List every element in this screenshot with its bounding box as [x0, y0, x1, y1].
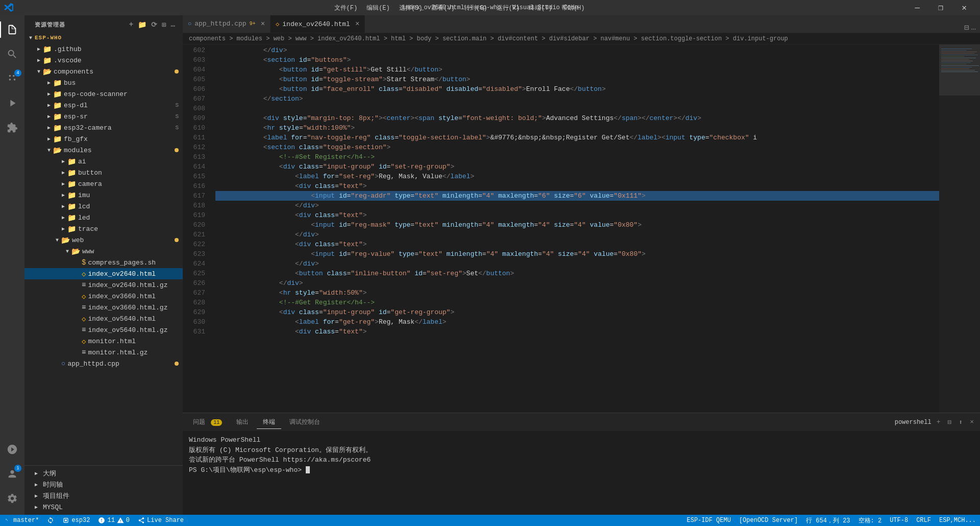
editor-area: ○ app_httpd.cpp 9+ × ◇ index_ov2640.html…: [183, 15, 980, 515]
tab-close-icon[interactable]: ×: [355, 20, 359, 28]
tree-item-esp-sr[interactable]: ▶ 📁 esp-sr S: [24, 111, 183, 122]
close-button[interactable]: ✕: [952, 0, 976, 15]
activity-icon-settings[interactable]: [0, 486, 24, 511]
tree-item-monitor[interactable]: ◇ monitor.html: [24, 336, 183, 347]
tree-root-esp-who[interactable]: ▼ ESP-WHO: [24, 32, 183, 43]
new-folder-icon[interactable]: 📁: [137, 19, 148, 30]
tree-item-esp32-camera[interactable]: ▶ 📁 esp32-camera S: [24, 122, 183, 133]
status-openocd[interactable]: [OpenOCD Server]: [735, 515, 802, 526]
collapse-all-icon[interactable]: ⊞: [161, 19, 167, 30]
tree-item-monitor-gz[interactable]: ≡ monitor.html.gz: [24, 347, 183, 358]
panel-outline[interactable]: ▶ 大纲: [35, 468, 173, 479]
folder-open-icon: 📂: [71, 247, 80, 256]
tab-debug-console[interactable]: 调试控制台: [283, 416, 326, 428]
add-terminal-icon[interactable]: +: [935, 417, 943, 427]
tree-item-components[interactable]: ▼ 📂 components: [24, 66, 183, 77]
status-framework[interactable]: ESP-IDF QEMU: [682, 515, 734, 526]
tree-item-github[interactable]: ▶ 📁 .github: [24, 43, 183, 55]
sync-icon: [47, 517, 54, 524]
tab-label: index_ov2640.html: [282, 20, 350, 28]
code-line: <div class="text">: [215, 240, 939, 249]
status-sync[interactable]: [43, 515, 58, 526]
tree-label: esp-sr: [64, 113, 88, 121]
tree-item-vscode[interactable]: ▶ 📁 .vscode: [24, 55, 183, 66]
tree-item-camera[interactable]: ▶ 📁 camera: [24, 178, 183, 189]
status-language[interactable]: ESP,MCH...: [935, 515, 980, 526]
activity-icon-remote[interactable]: [0, 437, 24, 462]
terminal-content[interactable]: Windows PowerShell 版权所有 (C) Microsoft Co…: [183, 431, 980, 515]
tree-item-index-ov5640[interactable]: ◇ index_ov5640.html: [24, 313, 183, 324]
tree-item-app-httpd[interactable]: ○ app_httpd.cpp: [24, 358, 183, 369]
code-line: <button id="face_enroll" class="disabled…: [215, 84, 939, 94]
minimize-button[interactable]: ‒: [905, 0, 929, 15]
tab-app-httpd[interactable]: ○ app_httpd.cpp 9+ ×: [183, 15, 271, 33]
tree-item-index-ov3660-gz[interactable]: ≡ index_ov3660.html.gz: [24, 302, 183, 313]
tree-item-imu[interactable]: ▶ 📁 imu: [24, 189, 183, 201]
tab-more-icon[interactable]: …: [971, 23, 976, 32]
status-errors[interactable]: 11 0: [94, 515, 134, 526]
panel-timeline[interactable]: ▶ 时间轴: [35, 479, 173, 490]
submodule-label: S: [175, 102, 179, 108]
activity-icon-explorer[interactable]: [0, 17, 24, 42]
activity-icon-extensions[interactable]: [0, 115, 24, 140]
tree-item-index-ov5640-gz[interactable]: ≡ index_ov5640.html.gz: [24, 324, 183, 336]
tree-item-esp-code-scanner[interactable]: ▶ 📁 esp-code-scanner: [24, 88, 183, 100]
folder-icon: 📁: [43, 45, 52, 54]
status-encoding[interactable]: UTF-8: [886, 515, 912, 526]
activity-icon-account[interactable]: 1: [0, 462, 24, 486]
status-live-share[interactable]: Live Share: [134, 515, 188, 526]
tree-item-trace[interactable]: ▶ 📁 trace: [24, 223, 183, 234]
submodule-label: S: [175, 113, 179, 119]
minimap[interactable]: [939, 44, 980, 413]
activity-icon-search[interactable]: [0, 42, 24, 66]
folder-icon: 📁: [53, 101, 62, 110]
tree-item-lcd[interactable]: ▶ 📁 lcd: [24, 201, 183, 212]
menu-edit[interactable]: 编辑(E): [362, 3, 394, 13]
activity-icon-run[interactable]: [0, 91, 24, 115]
folder-icon: 📁: [53, 79, 62, 87]
tree-item-fb-gfx[interactable]: ▶ 📁 fb_gfx: [24, 133, 183, 145]
sidebar-header: 资源管理器 + 📁 ⟳ ⊞ …: [24, 15, 183, 32]
modified-dot: [175, 148, 179, 152]
status-position[interactable]: 行 654，列 23: [802, 515, 854, 526]
tree-item-index-ov2640[interactable]: ◇ index_ov2640.html: [24, 268, 183, 279]
menu-file[interactable]: 文件(F): [330, 3, 362, 13]
panel-arrow-icon: ▶: [35, 493, 43, 499]
new-file-icon[interactable]: +: [128, 19, 135, 30]
code-content[interactable]: </div> <section id="buttons"> <button id…: [211, 44, 939, 413]
tab-problems[interactable]: 问题 11: [187, 416, 228, 428]
tab-close-icon[interactable]: ×: [261, 20, 265, 28]
status-line-ending[interactable]: CRLF: [912, 515, 935, 526]
tree-item-www[interactable]: ▼ 📂 www: [24, 246, 183, 257]
restore-button[interactable]: ❒: [929, 0, 952, 15]
status-branch[interactable]: master*: [0, 515, 43, 526]
status-board[interactable]: esp32: [58, 515, 94, 526]
tree-item-esp-dl[interactable]: ▶ 📁 esp-dl S: [24, 100, 183, 111]
panel-mysql[interactable]: ▶ MYSQL: [35, 501, 173, 513]
tree-item-web[interactable]: ▼ 📂 web: [24, 234, 183, 246]
panel-project-components[interactable]: ▶ 项目组件: [35, 490, 173, 501]
more-actions-icon[interactable]: …: [170, 19, 177, 30]
tree-item-index-ov2640-gz[interactable]: ≡ index_ov2640.html.gz: [24, 279, 183, 291]
code-editor[interactable]: 602 603 604 605 606 607 608 609 610 611 …: [183, 44, 980, 413]
tree-item-bus[interactable]: ▶ 📁 bus: [24, 77, 183, 88]
tree-item-index-ov3660[interactable]: ◇ index_ov3660.html: [24, 291, 183, 302]
close-panel-icon[interactable]: ×: [968, 417, 976, 427]
status-spaces[interactable]: 空格: 2: [854, 515, 886, 526]
tree-item-button[interactable]: ▶ 📁 button: [24, 167, 183, 178]
main-container: 4 1 资源管理器 + 📁 ⟳: [0, 15, 980, 515]
tree-item-ai[interactable]: ▶ 📁 ai: [24, 156, 183, 167]
tab-terminal[interactable]: 终端: [257, 416, 281, 429]
activity-icon-source-control[interactable]: 4: [0, 66, 24, 91]
tab-output[interactable]: 输出: [230, 416, 255, 428]
tab-index-ov2640[interactable]: ◇ index_ov2640.html ×: [271, 15, 365, 33]
split-terminal-icon[interactable]: ⊟: [946, 417, 954, 427]
breadcrumb-text: components > modules > web > www > index…: [189, 35, 788, 42]
tree-item-modules[interactable]: ▼ 📂 modules: [24, 145, 183, 156]
folder-icon: 📁: [53, 112, 62, 121]
tree-item-led[interactable]: ▶ 📁 led: [24, 212, 183, 223]
refresh-icon[interactable]: ⟳: [150, 19, 159, 30]
tab-split-icon[interactable]: ⊟: [964, 22, 969, 33]
maximize-panel-icon[interactable]: ⬆: [957, 417, 965, 427]
tree-item-compress-sh[interactable]: $ compress_pages.sh: [24, 257, 183, 268]
